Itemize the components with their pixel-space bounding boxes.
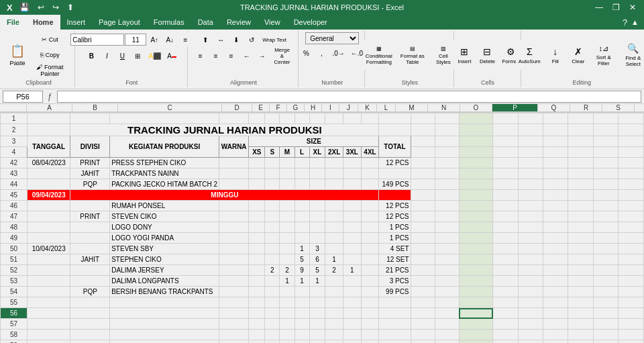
minimize-button[interactable]: —: [592, 3, 606, 12]
cell-54q[interactable]: [493, 287, 518, 297]
font-name-input[interactable]: [70, 34, 124, 46]
cell-53r[interactable]: [518, 276, 543, 287]
cell-56k[interactable]: [343, 308, 361, 319]
cell-53p[interactable]: [459, 276, 492, 287]
cell-44j[interactable]: [325, 179, 343, 190]
font-color-button[interactable]: A▬: [164, 48, 179, 63]
format-painter-button[interactable]: 🖌 Format Painter: [30, 63, 70, 78]
row-num-3[interactable]: 3: [1, 136, 28, 147]
cell-48j[interactable]: [325, 222, 343, 233]
cell-44t[interactable]: [568, 179, 593, 190]
cell-53f[interactable]: [265, 276, 280, 287]
cell-42h[interactable]: [294, 158, 309, 168]
cell-51g[interactable]: [280, 254, 294, 265]
tab-file[interactable]: File: [0, 15, 26, 30]
cell-2u[interactable]: [593, 124, 618, 136]
cell-49t[interactable]: [568, 233, 593, 244]
cell-43u[interactable]: [593, 168, 618, 179]
cell-1j[interactable]: [325, 113, 343, 124]
cell-50u[interactable]: [593, 244, 618, 254]
tab-developer[interactable]: Developer: [287, 15, 334, 30]
cell-55p[interactable]: [459, 297, 492, 308]
cell-50l[interactable]: [361, 244, 379, 254]
cell-52p[interactable]: [459, 265, 492, 276]
cell-49c[interactable]: LOGO YOGI PANDA: [110, 233, 219, 244]
cell-53i[interactable]: 1: [309, 276, 325, 287]
cell-48m[interactable]: 1 PCS: [379, 222, 411, 233]
cell-56i[interactable]: [309, 308, 325, 319]
format-as-table-button[interactable]: ▤ Format as Table: [396, 40, 429, 70]
header-3xl[interactable]: 3XL: [343, 147, 361, 158]
cell-55f[interactable]: [265, 297, 280, 308]
cell-49q[interactable]: [493, 233, 518, 244]
cell-53c[interactable]: DALIMA LONGPANTS: [110, 276, 219, 287]
cell-49r[interactable]: [518, 233, 543, 244]
cell-54d[interactable]: [219, 287, 249, 297]
cell-54i[interactable]: [309, 287, 325, 297]
cell-54l[interactable]: [361, 287, 379, 297]
cell-47j[interactable]: [325, 211, 343, 222]
cell-44l[interactable]: [361, 179, 379, 190]
row-num-53[interactable]: 53: [1, 276, 28, 287]
cell-53k[interactable]: [343, 276, 361, 287]
cell-50t[interactable]: [568, 244, 593, 254]
row-num-47[interactable]: 47: [1, 211, 28, 222]
cell-55t[interactable]: [568, 297, 593, 308]
cell-42d[interactable]: [219, 158, 249, 168]
cell-3r[interactable]: [518, 136, 543, 147]
cell-47t[interactable]: [568, 211, 593, 222]
cell-49s[interactable]: [543, 233, 568, 244]
cell-52q[interactable]: [493, 265, 518, 276]
cell-55r[interactable]: [518, 297, 543, 308]
cell-48n[interactable]: [411, 222, 435, 233]
cell-3o[interactable]: [435, 136, 459, 147]
cell-52d[interactable]: [219, 265, 249, 276]
cell-55u[interactable]: [593, 297, 618, 308]
comma-button[interactable]: ,: [314, 46, 329, 60]
cell-47a[interactable]: [28, 211, 70, 222]
col-header-i[interactable]: I: [322, 104, 339, 112]
cell-42r[interactable]: [518, 158, 543, 168]
cell-56c[interactable]: [110, 308, 219, 319]
col-header-a[interactable]: A: [27, 104, 72, 112]
row-num-44[interactable]: 44: [1, 179, 28, 190]
cell-51e[interactable]: [249, 254, 265, 265]
cell-51p[interactable]: [459, 254, 492, 265]
cell-53l[interactable]: [361, 276, 379, 287]
cell-56f[interactable]: [265, 308, 280, 319]
cell-48d[interactable]: [219, 222, 249, 233]
cell-1f[interactable]: [265, 113, 280, 124]
cell-43a[interactable]: [28, 168, 70, 179]
cell-52f[interactable]: 2: [265, 265, 280, 276]
cell-1i[interactable]: [309, 113, 325, 124]
cell-1e[interactable]: [249, 113, 265, 124]
cell-42e[interactable]: [249, 158, 265, 168]
cell-44c[interactable]: PACKING JECKO HITAM BATCH 2: [110, 179, 219, 190]
cell-55s[interactable]: [543, 297, 568, 308]
cell-43d[interactable]: [219, 168, 249, 179]
cell-3u[interactable]: [593, 136, 618, 147]
cell-48i[interactable]: [309, 222, 325, 233]
cell-2q[interactable]: [493, 124, 518, 136]
cell-2s[interactable]: [543, 124, 568, 136]
cell-42v[interactable]: [619, 158, 644, 168]
cell-50a[interactable]: 10/04/2023: [28, 244, 70, 254]
tab-insert[interactable]: Insert: [60, 15, 93, 30]
cell-56s[interactable]: [543, 308, 568, 319]
cell-46f[interactable]: [265, 201, 280, 211]
cell-4t[interactable]: [568, 147, 593, 158]
cell-52n[interactable]: [411, 265, 435, 276]
cell-43c[interactable]: TRACKPANTS NAINN: [110, 168, 219, 179]
increase-decimal-button[interactable]: .0→: [329, 46, 347, 60]
cell-43p[interactable]: [459, 168, 492, 179]
number-format-select[interactable]: GeneralNumberCurrency: [305, 32, 359, 44]
cell-53j[interactable]: [325, 276, 343, 287]
cell-48t[interactable]: [568, 222, 593, 233]
tab-home[interactable]: Home: [26, 15, 60, 30]
cell-44r[interactable]: [518, 179, 543, 190]
cell-55o[interactable]: [435, 297, 459, 308]
cell-47n[interactable]: [411, 211, 435, 222]
cell-52m[interactable]: 21 PCS: [379, 265, 411, 276]
wrap-text-button[interactable]: Wrap Text: [260, 32, 289, 47]
cell-47u[interactable]: [593, 211, 618, 222]
